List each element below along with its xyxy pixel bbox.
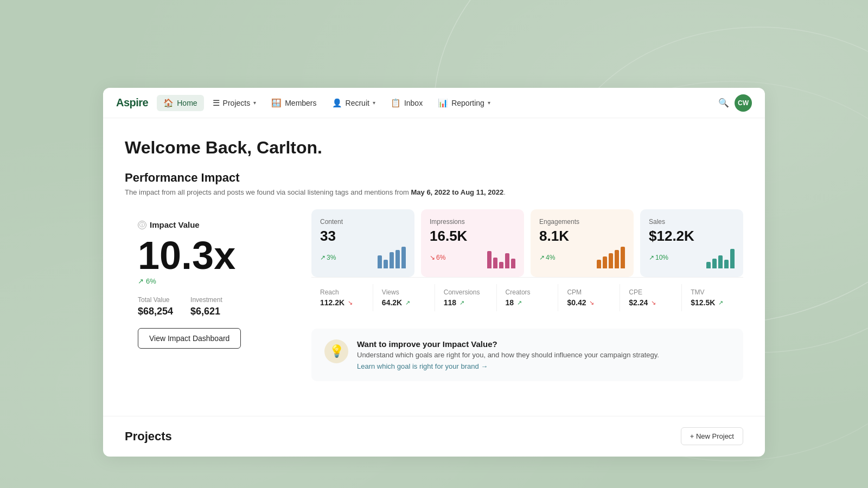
sales-mini-chart (706, 247, 735, 268)
stats-row: Reach 112.2K ↘ Views 64.2K ↗ (311, 277, 743, 318)
content-trend: ↗ 3% (320, 254, 336, 261)
date-range: May 6, 2022 to Aug 11, 2022 (411, 188, 503, 196)
stat-cpe: CPE $2.24 ↘ (620, 284, 682, 311)
new-project-button[interactable]: + New Project (681, 427, 743, 445)
nav-reporting-label: Reporting (451, 99, 484, 107)
stat-tmv-value-row: $12.5K ↗ (691, 298, 735, 307)
metric-cards-area: Content 33 ↗ 3% (311, 209, 743, 381)
engagements-card-value: 8.1K (539, 228, 625, 245)
engagements-trend-arrow: ↗ (539, 254, 545, 261)
stat-views-value-row: 64.2K ↗ (382, 298, 426, 307)
sales-bar-5 (730, 249, 735, 268)
stat-cpm-trend: ↘ (589, 299, 594, 306)
engagements-card-label: Engagements (539, 218, 625, 226)
stat-views: Views 64.2K ↗ (373, 284, 435, 311)
content-bar-2 (384, 260, 388, 268)
nav-members[interactable]: 🪟 Members (265, 95, 323, 111)
nav-inbox[interactable]: 📋 Inbox (384, 95, 429, 111)
investment-label: Investment (190, 296, 222, 304)
engagements-trend-pct: 4% (546, 254, 555, 261)
improve-link[interactable]: Learn which goal is right for your brand… (357, 362, 659, 370)
impact-info-icon[interactable]: ⓘ (138, 221, 146, 229)
stat-creators-value-row: 18 ↗ (506, 298, 550, 307)
nav-home[interactable]: 🏠 Home (157, 95, 203, 111)
nav-recruit[interactable]: 👤 Recruit ▾ (326, 95, 382, 111)
projects-section-header: Projects + New Project (103, 416, 765, 452)
home-icon: 🏠 (163, 98, 174, 108)
reporting-chevron-icon: ▾ (488, 100, 490, 106)
stat-creators-trend: ↗ (517, 299, 522, 306)
stat-reach: Reach 112.2K ↘ (311, 284, 373, 311)
recruit-chevron-icon: ▾ (373, 100, 375, 106)
content-trend-pct: 3% (327, 254, 336, 261)
navbar: Aspire 🏠 Home ☰ Projects ▾ 🪟 Members 👤 R… (103, 88, 765, 118)
main-container: Aspire 🏠 Home ☰ Projects ▾ 🪟 Members 👤 R… (103, 88, 765, 457)
metric-cards-grid: Content 33 ↗ 3% (311, 209, 743, 277)
main-content: Welcome Back, Carlton. Performance Impac… (103, 118, 765, 416)
stat-cpm-value-row: $0.42 ↘ (567, 298, 611, 307)
trend-up-arrow-icon: ↗ (138, 277, 144, 285)
sales-card-value: $12.2K (649, 228, 735, 245)
stat-creators-value: 18 (506, 298, 514, 307)
improve-title: Want to improve your Impact Value? (357, 339, 659, 349)
content-bar-4 (395, 250, 400, 268)
sales-bar-1 (706, 262, 711, 268)
nav-projects[interactable]: ☰ Projects ▾ (206, 95, 263, 111)
stat-cpm: CPM $0.42 ↘ (558, 284, 620, 311)
nav-members-label: Members (285, 99, 316, 107)
content-metric-card: Content 33 ↗ 3% (311, 209, 414, 277)
search-button[interactable]: 🔍 (715, 94, 732, 112)
nav-home-label: Home (177, 99, 197, 107)
sales-card-label: Sales (649, 218, 735, 226)
content-bar-1 (378, 255, 382, 268)
content-card-footer: ↗ 3% (320, 247, 406, 268)
improve-content: Want to improve your Impact Value? Under… (357, 339, 659, 370)
stat-cpe-label: CPE (629, 288, 673, 296)
total-value-metric: Total Value $68,254 (138, 296, 173, 317)
impact-trend: ↗ 6% (138, 277, 156, 285)
stat-tmv-value: $12.5K (691, 298, 715, 307)
projects-title: Projects (125, 429, 172, 444)
nav-reporting[interactable]: 📊 Reporting ▾ (431, 95, 497, 111)
stat-conversions: Conversions 118 ↗ (435, 284, 497, 311)
engagements-trend: ↗ 4% (539, 254, 555, 261)
sales-trend-arrow: ↗ (649, 254, 654, 261)
total-value-amount: $68,254 (138, 306, 173, 317)
nav-projects-label: Projects (223, 99, 251, 107)
impact-value: 10.3x (138, 236, 235, 275)
investment-metric: Investment $6,621 (190, 296, 222, 317)
view-dashboard-button[interactable]: View Impact Dashboard (138, 328, 241, 349)
impressions-trend-pct: 6% (436, 254, 445, 261)
sales-card-footer: ↗ 10% (649, 247, 735, 268)
total-value-label: Total Value (138, 296, 173, 304)
impact-trend-pct: 6% (146, 277, 156, 285)
impressions-card-footer: ↘ 6% (430, 247, 515, 268)
reporting-icon: 📊 (438, 98, 448, 108)
content-card-value: 33 (320, 228, 406, 245)
engagements-metric-card: Engagements 8.1K ↗ 4% (531, 209, 634, 277)
stat-reach-label: Reach (320, 288, 364, 296)
stat-cpm-value: $0.42 (567, 298, 586, 307)
stat-creators: Creators 18 ↗ (497, 284, 559, 311)
user-avatar[interactable]: CW (735, 94, 752, 112)
impressions-trend: ↘ 6% (430, 254, 445, 261)
content-mini-chart (378, 247, 406, 268)
impressions-card-value: 16.5K (430, 228, 515, 245)
sales-bar-3 (718, 255, 723, 268)
app-logo: Aspire (116, 97, 148, 109)
sales-trend: ↗ 10% (649, 254, 668, 261)
stat-creators-label: Creators (506, 288, 550, 296)
improve-impact-card: 💡 Want to improve your Impact Value? Und… (311, 329, 743, 381)
stat-reach-value-row: 112.2K ↘ (320, 298, 364, 307)
projects-icon: ☰ (213, 98, 220, 108)
engagements-bar-2 (603, 256, 607, 268)
content-bar-5 (401, 247, 406, 268)
stat-conversions-label: Conversions (444, 288, 488, 296)
stat-cpe-trend: ↘ (651, 299, 656, 306)
stat-cpe-value: $2.24 (629, 298, 648, 307)
impressions-mini-chart (487, 247, 515, 268)
stat-conversions-value: 118 (444, 298, 456, 307)
desc-suffix: . (503, 188, 506, 196)
content-trend-arrow: ↗ (320, 254, 326, 261)
welcome-title: Welcome Back, Carlton. (125, 138, 743, 158)
